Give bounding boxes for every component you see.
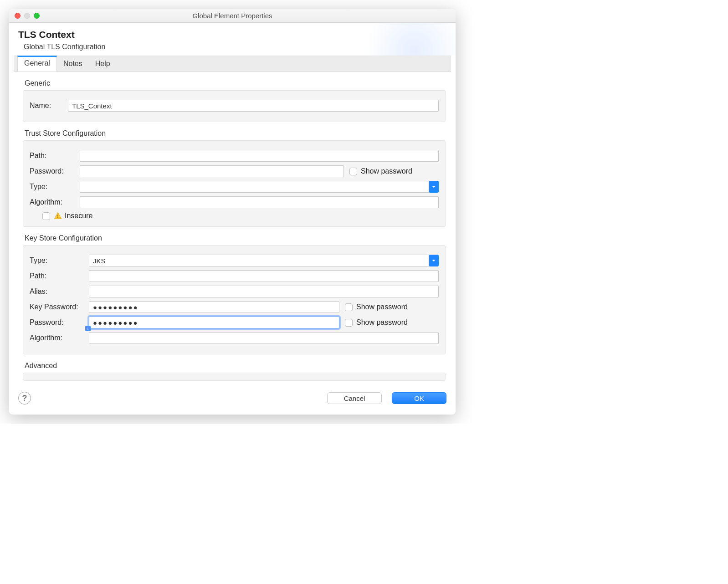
- help-button[interactable]: ?: [18, 392, 31, 405]
- tab-help[interactable]: Help: [89, 56, 117, 72]
- close-window-button[interactable]: [15, 13, 21, 19]
- truststore-type-label: Type:: [30, 183, 80, 191]
- keystore-key-password-show-checkbox[interactable]: [345, 303, 353, 311]
- window-title: Global Element Properties: [9, 12, 456, 20]
- keystore-algorithm-label: Algorithm:: [30, 334, 89, 342]
- keystore-key-password-input[interactable]: [89, 301, 339, 313]
- keystore-type-select[interactable]: [89, 255, 429, 266]
- truststore-path-input[interactable]: [80, 150, 439, 162]
- truststore-insecure-row: Insecure: [42, 212, 439, 220]
- truststore-insecure-label: Insecure: [65, 212, 92, 220]
- truststore-fieldset: Path: Password: Show password Type:: [23, 140, 446, 227]
- truststore-path-label: Path:: [30, 152, 80, 160]
- chevron-down-icon[interactable]: [429, 181, 439, 193]
- truststore-password-input[interactable]: [80, 165, 344, 177]
- truststore-password-label: Password:: [30, 167, 80, 175]
- header: TLS Context Global TLS Configuration: [9, 23, 456, 56]
- window-controls: [9, 13, 40, 19]
- keystore-algorithm-input[interactable]: [89, 332, 439, 344]
- keystore-type-label: Type:: [30, 256, 89, 265]
- keystore-key-password-show-label: Show password: [356, 303, 408, 311]
- keystore-password-input[interactable]: [89, 317, 339, 328]
- button-bar: ? Cancel OK: [9, 383, 456, 415]
- truststore-section-label: Trust Store Configuration: [25, 129, 446, 138]
- header-title: TLS Context: [18, 29, 446, 40]
- keystore-alias-label: Alias:: [30, 287, 89, 296]
- ok-button[interactable]: OK: [392, 392, 446, 404]
- keystore-path-label: Path:: [30, 272, 89, 280]
- keystore-fieldset: Type: Path: Alias: Key Password:: [23, 245, 446, 354]
- zoom-window-button[interactable]: [34, 13, 40, 19]
- header-subtitle: Global TLS Configuration: [24, 43, 446, 51]
- truststore-type-select[interactable]: [80, 181, 429, 193]
- svg-rect-0: [57, 215, 58, 217]
- tabs-bar: General Notes Help: [14, 56, 451, 72]
- cancel-button[interactable]: Cancel: [327, 392, 382, 404]
- chevron-down-icon[interactable]: [429, 255, 439, 266]
- truststore-algorithm-label: Algorithm:: [30, 198, 80, 206]
- keystore-password-show-checkbox[interactable]: [345, 319, 353, 327]
- name-label: Name:: [30, 102, 68, 110]
- keystore-path-input[interactable]: [89, 270, 439, 282]
- warning-icon: [54, 212, 62, 220]
- svg-rect-1: [57, 217, 58, 218]
- truststore-show-password-checkbox[interactable]: [349, 168, 357, 175]
- generic-fieldset: Name:: [23, 90, 446, 122]
- keystore-section-label: Key Store Configuration: [25, 234, 446, 242]
- info-icon: i: [85, 326, 91, 331]
- tab-notes[interactable]: Notes: [57, 56, 89, 72]
- minimize-window-button[interactable]: [24, 13, 30, 19]
- advanced-fieldset: [23, 373, 446, 381]
- dialog-window: Global Element Properties TLS Context Gl…: [9, 9, 456, 415]
- keystore-password-label: Password:: [30, 318, 89, 327]
- keystore-alias-input[interactable]: [89, 286, 439, 297]
- truststore-insecure-checkbox[interactable]: [42, 212, 50, 220]
- keystore-key-password-label: Key Password:: [30, 303, 89, 311]
- truststore-algorithm-input[interactable]: [80, 196, 439, 208]
- form-content: Generic Name: Trust Store Configuration …: [11, 72, 454, 383]
- advanced-section-label: Advanced: [25, 362, 446, 370]
- keystore-password-show-label: Show password: [356, 318, 408, 327]
- generic-section-label: Generic: [25, 79, 446, 87]
- tab-general[interactable]: General: [17, 56, 57, 72]
- truststore-show-password-label: Show password: [361, 167, 412, 175]
- titlebar: Global Element Properties: [9, 9, 456, 23]
- name-input[interactable]: [68, 100, 439, 112]
